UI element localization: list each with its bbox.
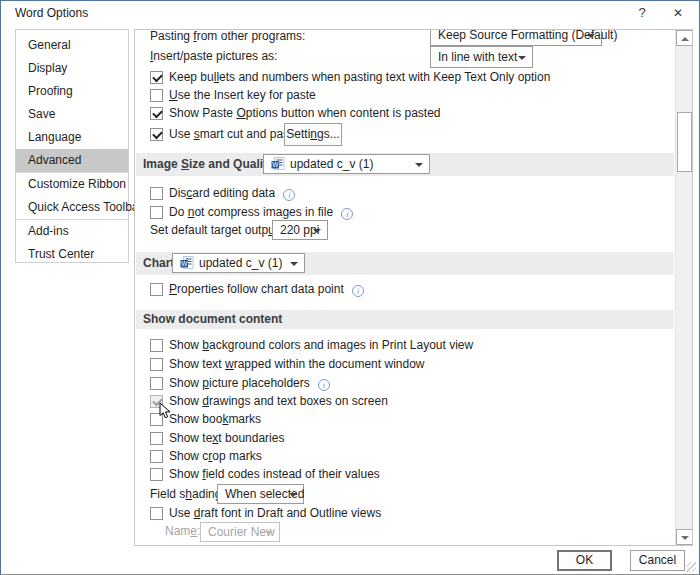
insert-key-checkbox[interactable] <box>150 89 163 102</box>
word-options-dialog: Word Options ? ✕ General Display Proofin… <box>0 0 700 575</box>
chevron-down-icon <box>587 34 595 38</box>
svg-text:W: W <box>181 260 188 267</box>
show-placeholders-checkbox[interactable] <box>150 377 163 390</box>
section-title: Show document content <box>143 310 282 329</box>
sidebar-item-advanced[interactable]: Advanced <box>16 149 128 172</box>
chevron-down-icon <box>518 56 526 60</box>
show-placeholders-row: Show picture placeholders <box>135 374 674 393</box>
chevron-down-icon <box>313 229 321 233</box>
pasting-programs-dropdown[interactable]: Keep Source Formatting (Default) <box>430 29 602 46</box>
paste-options-row: Show Paste Options button when content i… <box>135 104 674 123</box>
paste-options-checkbox[interactable] <box>150 107 163 120</box>
chevron-down-icon <box>289 493 297 497</box>
sidebar-item-trust-center[interactable]: Trust Center <box>16 243 128 266</box>
checkbox-label: Use draft font in Draft and Outline view… <box>169 506 381 520</box>
checkbox-label: Show text wrapped within the document wi… <box>169 357 424 371</box>
title-bar: Word Options ? ✕ <box>1 1 699 27</box>
scrollbar-thumb[interactable] <box>677 112 692 172</box>
dialog-title: Word Options <box>15 1 88 25</box>
draft-font-checkbox[interactable] <box>150 507 163 520</box>
no-compress-checkbox[interactable] <box>150 206 163 219</box>
smart-cut-settings-button[interactable]: Settings... <box>284 123 342 146</box>
checkbox-label: Show field codes instead of their values <box>169 467 380 481</box>
target-output-dropdown[interactable]: 220 ppi <box>272 220 328 240</box>
show-text-wrapped-checkbox[interactable] <box>150 358 163 371</box>
sidebar-item-customize-ribbon[interactable]: Customize Ribbon <box>16 173 128 196</box>
help-button[interactable]: ? <box>629 1 655 25</box>
show-bookmarks-row: Show bookmarks <box>135 410 674 429</box>
chart-properties-row: Properties follow chart data point <box>135 280 674 299</box>
sidebar-item-general[interactable]: General <box>16 34 128 57</box>
scroll-up-icon <box>681 37 689 41</box>
insert-key-row: Use the Insert key for paste <box>135 86 674 105</box>
sidebar-nav: General Display Proofing Save Language A… <box>15 29 129 263</box>
ok-button[interactable]: OK <box>557 550 612 571</box>
show-text-wrapped-row: Show text wrapped within the document wi… <box>135 355 674 374</box>
word-document-icon: W <box>271 157 285 170</box>
draft-font-row: Use draft font in Draft and Outline view… <box>135 504 674 523</box>
target-output-label: Set default target output to: <box>135 221 674 240</box>
info-icon[interactable] <box>341 208 353 220</box>
show-crop-marks-row: Show crop marks <box>135 447 674 466</box>
show-field-codes-row: Show field codes instead of their values <box>135 465 674 484</box>
section-title: Chart <box>143 252 174 275</box>
svg-text:W: W <box>272 161 279 168</box>
sidebar-item-add-ins[interactable]: Add-ins <box>16 220 128 243</box>
scroll-down-button[interactable] <box>676 529 693 545</box>
settings-pane: Pasting from other programs: Keep Source… <box>134 29 693 546</box>
insert-pictures-dropdown[interactable]: In line with text <box>430 46 533 68</box>
show-boundaries-row: Show text boundaries <box>135 429 674 448</box>
insert-pictures-label: Insert/paste pictures as: <box>135 47 674 66</box>
dropdown-value: updated c_v (1) <box>199 256 282 270</box>
smart-cut-row: Use smart cut and paste <box>135 125 674 144</box>
image-document-dropdown[interactable]: Wupdated c_v (1) <box>263 154 430 174</box>
section-show-document-content: Show document content <box>136 310 674 329</box>
show-crop-marks-checkbox[interactable] <box>150 450 163 463</box>
scroll-down-icon <box>681 536 689 540</box>
discard-editing-checkbox[interactable] <box>150 187 163 200</box>
close-button[interactable]: ✕ <box>665 1 691 25</box>
no-compress-row: Do not compress images in file <box>135 203 674 222</box>
sidebar-item-proofing[interactable]: Proofing <box>16 80 128 103</box>
checkbox-label: Discard editing data <box>169 186 275 200</box>
checkbox-label: Use the Insert key for paste <box>169 88 316 102</box>
field-shading-label: Field shading: <box>135 485 674 504</box>
dropdown-value: updated c_v (1) <box>290 157 373 171</box>
draft-font-name-dropdown: Courier New <box>200 522 280 542</box>
chart-properties-checkbox[interactable] <box>150 283 163 296</box>
field-shading-dropdown[interactable]: When selected <box>217 484 304 504</box>
checkbox-label: Show Paste Options button when content i… <box>169 106 441 120</box>
keep-bullets-checkbox[interactable] <box>150 71 163 84</box>
cancel-button[interactable]: Cancel <box>630 550 685 571</box>
show-background-checkbox[interactable] <box>150 339 163 352</box>
scroll-up-button[interactable] <box>676 30 693 46</box>
show-field-codes-checkbox[interactable] <box>150 468 163 481</box>
show-background-row: Show background colors and images in Pri… <box>135 336 674 355</box>
chevron-down-icon <box>290 262 298 266</box>
word-document-icon: W <box>180 256 194 269</box>
sidebar-item-language[interactable]: Language <box>16 126 128 149</box>
dropdown-value: In line with text <box>438 50 517 64</box>
sidebar-item-display[interactable]: Display <box>16 57 128 80</box>
info-icon[interactable] <box>318 379 330 391</box>
chevron-down-icon <box>265 531 273 535</box>
resize-grip[interactable] <box>686 562 696 572</box>
checkbox-label: Show picture placeholders <box>169 376 310 390</box>
keep-bullets-row: Keep bullets and numbers when pasting te… <box>135 68 674 87</box>
sidebar-item-quick-access-toolbar[interactable]: Quick Access Toolbar <box>16 196 128 219</box>
vertical-scrollbar[interactable] <box>675 30 692 545</box>
show-boundaries-checkbox[interactable] <box>150 432 163 445</box>
discard-editing-row: Discard editing data <box>135 184 674 203</box>
chart-document-dropdown[interactable]: Wupdated c_v (1) <box>172 253 305 273</box>
checkbox-label: Show background colors and images in Pri… <box>169 338 473 352</box>
checkbox-label: Show drawings and text boxes on screen <box>169 394 388 408</box>
checkbox-label: Do not compress images in file <box>169 205 333 219</box>
smart-cut-checkbox[interactable] <box>150 128 163 141</box>
section-image-size-quality: Image Size and Quality Wupdated c_v (1) <box>136 153 674 176</box>
sidebar-item-save[interactable]: Save <box>16 103 128 126</box>
section-chart: Chart Wupdated c_v (1) <box>136 252 674 275</box>
info-icon[interactable] <box>283 189 295 201</box>
checkbox-label: Show crop marks <box>169 449 262 463</box>
section-title: Image Size and Quality <box>143 153 274 176</box>
info-icon[interactable] <box>352 285 364 297</box>
